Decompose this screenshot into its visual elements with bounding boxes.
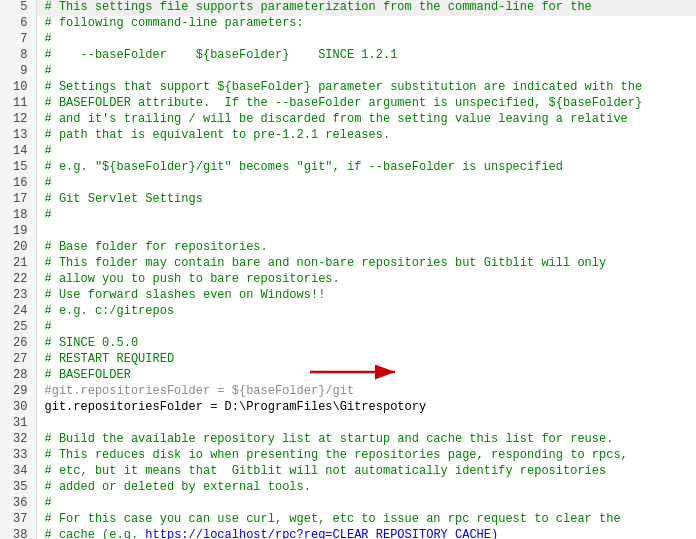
line-number: 28 (0, 368, 36, 384)
table-row: 34# etc, but it means that Gitblit will … (0, 464, 696, 480)
line-number: 26 (0, 336, 36, 352)
line-number: 25 (0, 320, 36, 336)
table-row: 10# Settings that support ${baseFolder} … (0, 80, 696, 96)
line-number: 27 (0, 352, 36, 368)
table-row: 18# (0, 208, 696, 224)
line-content: # (36, 32, 696, 48)
line-content: # Base folder for repositories. (36, 240, 696, 256)
table-row: 28# BASEFOLDER (0, 368, 696, 384)
line-content: # (36, 64, 696, 80)
line-number: 17 (0, 192, 36, 208)
line-number: 16 (0, 176, 36, 192)
table-row: 19 (0, 224, 696, 240)
table-row: 14# (0, 144, 696, 160)
table-row: 8# --baseFolder ${baseFolder} SINCE 1.2.… (0, 48, 696, 64)
line-content: # --baseFolder ${baseFolder} SINCE 1.2.1 (36, 48, 696, 64)
line-content: # allow you to push to bare repositories… (36, 272, 696, 288)
code-table: 5# This settings file supports parameter… (0, 0, 696, 539)
table-row: 23# Use forward slashes even on Windows!… (0, 288, 696, 304)
line-content: # This folder may contain bare and non-b… (36, 256, 696, 272)
line-number: 37 (0, 512, 36, 528)
table-row: 6# following command-line parameters: (0, 16, 696, 32)
line-content: # For this case you can use curl, wget, … (36, 512, 696, 528)
line-number: 36 (0, 496, 36, 512)
table-row: 33# This reduces disk io when presenting… (0, 448, 696, 464)
line-number: 29 (0, 384, 36, 400)
line-content: # Settings that support ${baseFolder} pa… (36, 80, 696, 96)
line-content: # (36, 144, 696, 160)
line-number: 19 (0, 224, 36, 240)
line-number: 22 (0, 272, 36, 288)
line-content: #git.repositoriesFolder = ${baseFolder}/… (36, 384, 696, 400)
table-row: 5# This settings file supports parameter… (0, 0, 696, 16)
line-content: # This reduces disk io when presenting t… (36, 448, 696, 464)
table-row: 16# (0, 176, 696, 192)
table-row: 27# RESTART REQUIRED (0, 352, 696, 368)
line-number: 7 (0, 32, 36, 48)
table-row: 35# added or deleted by external tools. (0, 480, 696, 496)
table-row: 26# SINCE 0.5.0 (0, 336, 696, 352)
table-row: 38# cache (e.g. https://localhost/rpc?re… (0, 528, 696, 539)
line-number: 12 (0, 112, 36, 128)
line-content: # and it's trailing / will be discarded … (36, 112, 696, 128)
line-content: # (36, 208, 696, 224)
line-content: # SINCE 0.5.0 (36, 336, 696, 352)
table-row: 32# Build the available repository list … (0, 432, 696, 448)
line-content: # added or deleted by external tools. (36, 480, 696, 496)
line-content: # cache (e.g. https://localhost/rpc?req=… (36, 528, 696, 539)
comment-text: # cache (e.g. (45, 528, 146, 539)
line-content: # (36, 496, 696, 512)
line-number: 20 (0, 240, 36, 256)
line-content (36, 416, 696, 432)
cache-clear-link[interactable]: https://localhost/rpc?req=CLEAR_REPOSITO… (145, 528, 498, 539)
line-number: 35 (0, 480, 36, 496)
line-number: 31 (0, 416, 36, 432)
line-content: # BASEFOLDER (36, 368, 696, 384)
line-number: 32 (0, 432, 36, 448)
line-number: 21 (0, 256, 36, 272)
line-number: 14 (0, 144, 36, 160)
line-content: # (36, 320, 696, 336)
line-number: 33 (0, 448, 36, 464)
line-number: 13 (0, 128, 36, 144)
line-content: # e.g. "${baseFolder}/git" becomes "git"… (36, 160, 696, 176)
line-number: 30 (0, 400, 36, 416)
table-row: 31 (0, 416, 696, 432)
line-number: 5 (0, 0, 36, 16)
table-row: 25# (0, 320, 696, 336)
line-number: 8 (0, 48, 36, 64)
line-number: 9 (0, 64, 36, 80)
table-row: 11# BASEFOLDER attribute. If the --baseF… (0, 96, 696, 112)
table-row: 21# This folder may contain bare and non… (0, 256, 696, 272)
line-number: 15 (0, 160, 36, 176)
table-row: 30git.repositoriesFolder = D:\ProgramFil… (0, 400, 696, 416)
line-number: 6 (0, 16, 36, 32)
line-number: 23 (0, 288, 36, 304)
line-content: # e.g. c:/gitrepos (36, 304, 696, 320)
line-number: 24 (0, 304, 36, 320)
line-content: git.repositoriesFolder = D:\ProgramFiles… (36, 400, 696, 416)
line-content: # BASEFOLDER attribute. If the --baseFol… (36, 96, 696, 112)
table-row: 17# Git Servlet Settings (0, 192, 696, 208)
line-content: # following command-line parameters: (36, 16, 696, 32)
table-row: 9# (0, 64, 696, 80)
table-row: 12# and it's trailing / will be discarde… (0, 112, 696, 128)
line-content: # Git Servlet Settings (36, 192, 696, 208)
line-content: # Build the available repository list at… (36, 432, 696, 448)
line-content: # etc, but it means that Gitblit will no… (36, 464, 696, 480)
table-row: 20# Base folder for repositories. (0, 240, 696, 256)
table-row: 7# (0, 32, 696, 48)
line-number: 18 (0, 208, 36, 224)
line-content: # RESTART REQUIRED (36, 352, 696, 368)
table-row: 22# allow you to push to bare repositori… (0, 272, 696, 288)
table-row: 29#git.repositoriesFolder = ${baseFolder… (0, 384, 696, 400)
line-number: 34 (0, 464, 36, 480)
line-number: 11 (0, 96, 36, 112)
line-content: # Use forward slashes even on Windows!! (36, 288, 696, 304)
line-content: # (36, 176, 696, 192)
line-content: # path that is equivalent to pre-1.2.1 r… (36, 128, 696, 144)
line-content (36, 224, 696, 240)
line-content: # This settings file supports parameteri… (36, 0, 696, 16)
table-row: 24# e.g. c:/gitrepos (0, 304, 696, 320)
editor-container: 5# This settings file supports parameter… (0, 0, 696, 539)
